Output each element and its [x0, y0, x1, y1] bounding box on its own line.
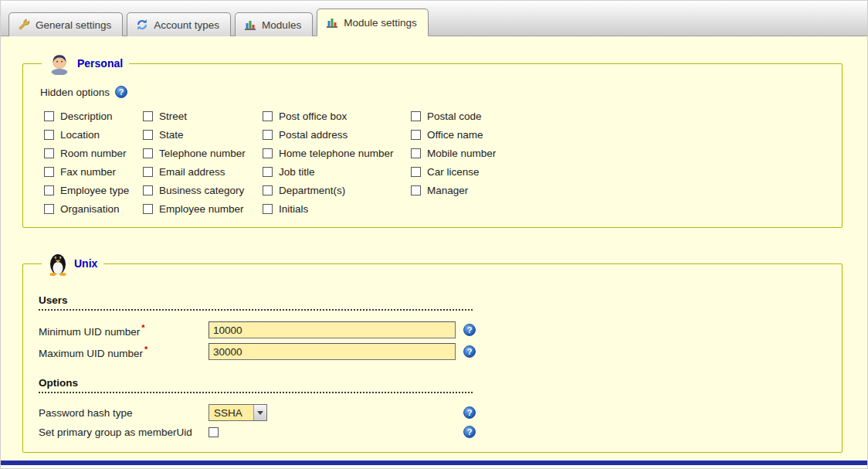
checkbox[interactable]: [143, 148, 153, 158]
checkbox[interactable]: [44, 204, 54, 214]
checkbox-label: Home telephone number: [279, 148, 394, 159]
checkbox[interactable]: [411, 185, 421, 195]
hidden-option-state[interactable]: State: [143, 129, 263, 141]
checkbox-label: Manager: [427, 185, 468, 196]
hidden-option-telephone-number[interactable]: Telephone number: [143, 148, 263, 159]
label-text: Maximum UID number: [39, 347, 143, 359]
tab-label: Modules: [262, 19, 301, 31]
chevron-down-icon[interactable]: [253, 405, 266, 420]
hidden-option-email-address[interactable]: Email address: [143, 166, 263, 178]
help-icon[interactable]: ?: [463, 426, 476, 438]
hidden-option-job-title[interactable]: Job title: [263, 166, 411, 178]
hidden-option-employee-number[interactable]: Employee number: [143, 203, 263, 215]
tab-modules[interactable]: Modules: [235, 12, 313, 36]
checkbox[interactable]: [263, 167, 273, 177]
label-text: Minimum UID number: [39, 325, 140, 337]
checkbox-label: Description: [60, 110, 113, 122]
hidden-option-car-license[interactable]: Car license: [411, 166, 496, 178]
checkbox[interactable]: [263, 111, 273, 121]
checkbox-label: State: [159, 129, 184, 141]
hidden-option-home-telephone-number[interactable]: Home telephone number: [263, 148, 411, 159]
checkbox-label: Fax number: [60, 166, 116, 178]
module-settings-page: General settings Account types: [0, 0, 868, 469]
checkbox-label: Office name: [427, 129, 483, 141]
hidden-option-organisation[interactable]: Organisation: [44, 203, 143, 215]
checkbox-label: Department(s): [279, 185, 345, 196]
module-settings-content: Personal Hidden options ? Description St…: [1, 36, 867, 461]
checkbox-label: Street: [159, 110, 187, 122]
checkbox-label: Employee type: [60, 185, 129, 196]
password-hash-select[interactable]: SSHA: [209, 404, 267, 421]
hidden-option-initials[interactable]: Initials: [263, 203, 411, 215]
checkbox[interactable]: [44, 130, 54, 140]
max-uid-row: Maximum UID number* ?: [39, 343, 826, 360]
hidden-option-postal-address[interactable]: Postal address: [263, 129, 411, 141]
checkbox[interactable]: [411, 148, 421, 158]
hidden-option-business-category[interactable]: Business category: [143, 185, 263, 196]
min-uid-input[interactable]: [209, 321, 456, 338]
hidden-option-postal-code[interactable]: Postal code: [411, 110, 496, 122]
personal-legend-label: Personal: [77, 57, 123, 70]
tab-label: Account types: [154, 19, 219, 31]
unix-module-section: Unix Users Minimum UID number* ? Maximum…: [22, 251, 843, 453]
checkbox-label: Postal address: [279, 129, 348, 141]
checkbox-label: Mobile number: [427, 148, 496, 159]
hidden-option-fax-number[interactable]: Fax number: [44, 166, 143, 178]
checkbox[interactable]: [143, 111, 153, 121]
password-hash-control: SSHA: [209, 404, 463, 421]
hidden-option-employee-type[interactable]: Employee type: [44, 185, 143, 196]
password-hash-row: Password hash type SSHA ?: [39, 404, 826, 421]
checkbox[interactable]: [411, 167, 421, 177]
personal-legend: Personal: [42, 52, 129, 75]
member-uid-checkbox[interactable]: [209, 427, 219, 437]
tab-general-settings[interactable]: General settings: [8, 12, 123, 36]
help-icon[interactable]: ?: [463, 345, 476, 358]
tab-bar: General settings Account types: [1, 1, 867, 36]
help-icon[interactable]: ?: [463, 324, 476, 336]
checkbox[interactable]: [143, 185, 153, 195]
hidden-option-mobile-number[interactable]: Mobile number: [411, 148, 496, 159]
checkbox[interactable]: [263, 204, 273, 214]
checkbox[interactable]: [44, 111, 54, 121]
tux-penguin-icon: [48, 251, 68, 276]
checkbox[interactable]: [263, 148, 273, 158]
checkbox-label: Post office box: [279, 110, 347, 122]
hidden-option-post-office-box[interactable]: Post office box: [263, 110, 411, 122]
max-uid-control: [209, 343, 463, 360]
checkbox[interactable]: [44, 167, 54, 177]
help-icon[interactable]: ?: [463, 406, 476, 419]
checkbox[interactable]: [263, 185, 273, 195]
checkbox[interactable]: [411, 130, 421, 140]
checkbox[interactable]: [44, 148, 54, 158]
hidden-options-label: Hidden options: [40, 87, 110, 98]
password-hash-label: Password hash type: [39, 407, 209, 419]
checkbox-label: Employee number: [159, 203, 244, 215]
tab-module-settings[interactable]: Module settings: [317, 8, 429, 36]
checkbox[interactable]: [411, 111, 421, 121]
max-uid-input[interactable]: [209, 343, 456, 360]
hidden-option-office-name[interactable]: Office name: [411, 129, 496, 141]
unix-legend: Unix: [42, 251, 103, 276]
checkbox[interactable]: [143, 204, 153, 214]
hidden-option-departments[interactable]: Department(s): [263, 185, 411, 196]
min-uid-label: Minimum UID number*: [39, 323, 209, 338]
checkbox-label: Initials: [279, 203, 308, 215]
hidden-option-street[interactable]: Street: [143, 110, 263, 122]
checkbox[interactable]: [44, 185, 54, 195]
checkbox[interactable]: [143, 130, 153, 140]
hidden-option-manager[interactable]: Manager: [411, 185, 496, 196]
checkbox-label: Job title: [279, 166, 315, 178]
checkbox[interactable]: [263, 130, 273, 140]
min-uid-row: Minimum UID number* ?: [39, 321, 826, 338]
checkbox-label: Organisation: [60, 203, 120, 215]
checkbox-label: Room number: [60, 148, 127, 159]
help-icon[interactable]: ?: [115, 86, 127, 98]
person-icon: [48, 52, 71, 75]
hidden-option-description[interactable]: Description: [44, 110, 143, 122]
tab-account-types[interactable]: Account types: [127, 12, 231, 36]
checkbox-label: Telephone number: [159, 148, 246, 159]
hidden-option-room-number[interactable]: Room number: [44, 148, 143, 159]
hidden-option-location[interactable]: Location: [44, 129, 143, 141]
checkbox[interactable]: [143, 167, 153, 177]
footer-gap: [1, 465, 867, 468]
